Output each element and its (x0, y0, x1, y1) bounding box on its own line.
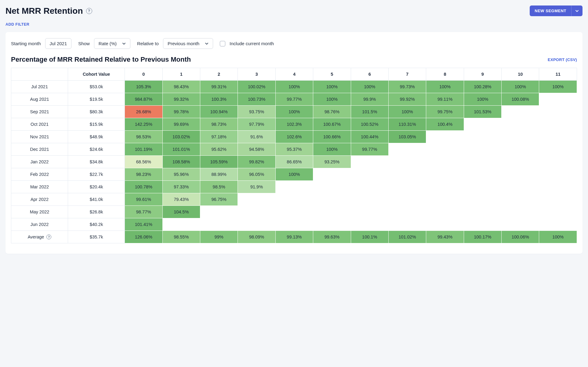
cohort-value: $20.4k (68, 181, 125, 193)
starting-month-value: Jul 2021 (50, 41, 67, 46)
retention-cell: 100% (388, 106, 426, 118)
cohort-value: $48.9k (68, 131, 125, 143)
empty-cell (426, 218, 464, 231)
table-subtitle: Percentage of MRR Retained Relative to P… (11, 56, 191, 64)
empty-cell (464, 143, 501, 156)
retention-cell: 98.73% (200, 118, 238, 131)
row-label: Oct 2021 (11, 118, 68, 131)
empty-cell (388, 156, 426, 168)
relative-to-select[interactable]: Previous month (163, 38, 213, 49)
retention-cell: 99.77% (275, 93, 313, 106)
table-header-period: 0 (125, 68, 162, 81)
cohort-value: $22.7k (68, 168, 125, 181)
empty-cell (351, 218, 388, 231)
average-label: Average? (11, 231, 68, 243)
table-row: Oct 2021$15.9k142.25%99.69%98.73%97.79%1… (11, 118, 577, 131)
empty-cell (313, 181, 351, 193)
export-csv-link[interactable]: EXPORT (CSV) (548, 57, 577, 62)
retention-cell: 100.44% (351, 131, 388, 143)
table-header-period: 2 (200, 68, 238, 81)
retention-cell: 103.02% (162, 131, 200, 143)
retention-cell: 100% (275, 81, 313, 93)
retention-cell: 99.77% (351, 143, 388, 156)
retention-cell: 100% (313, 81, 351, 93)
retention-cell: 100.78% (125, 181, 162, 193)
starting-month-label: Starting month (11, 41, 41, 46)
empty-cell (388, 218, 426, 231)
empty-cell (539, 131, 577, 143)
retention-cell: 86.65% (275, 156, 313, 168)
table-row: Jun 2022$40.2k101.41% (11, 218, 577, 231)
retention-cell: 98.53% (125, 131, 162, 143)
starting-month-select[interactable]: Jul 2021 (45, 38, 72, 49)
retention-cell: 100.94% (200, 106, 238, 118)
retention-cell: 110.31% (388, 118, 426, 131)
table-header-period: 1 (162, 68, 200, 81)
cohort-value: $26.8k (68, 206, 125, 218)
empty-cell (388, 168, 426, 181)
retention-cell: 99.11% (426, 93, 464, 106)
retention-card: Starting month Jul 2021 Show Rate (%) Re… (5, 32, 583, 254)
retention-cell: 99.82% (238, 156, 275, 168)
chevron-down-icon (122, 42, 126, 45)
cohort-value: $41.0k (68, 193, 125, 206)
retention-cell: 100% (539, 231, 577, 243)
retention-cell: 95.37% (275, 143, 313, 156)
table-row: Aug 2021$19.5k984.87%99.32%100.3%100.73%… (11, 93, 577, 106)
retention-cell: 96.75% (200, 193, 238, 206)
empty-cell (313, 206, 351, 218)
relative-to-label: Relative to (137, 41, 159, 46)
empty-cell (502, 181, 539, 193)
chevron-down-icon (205, 42, 209, 45)
row-label: Jul 2021 (11, 81, 68, 93)
empty-cell (275, 181, 313, 193)
empty-cell (388, 143, 426, 156)
row-label: Sep 2021 (11, 106, 68, 118)
retention-cell: 88.99% (200, 168, 238, 181)
retention-cell: 95.96% (162, 168, 200, 181)
retention-cell: 104.5% (162, 206, 200, 218)
retention-cell: 100.1% (351, 231, 388, 243)
retention-cell: 100.06% (502, 231, 539, 243)
retention-cell: 100% (351, 81, 388, 93)
retention-cell: 99.75% (426, 106, 464, 118)
empty-cell (502, 156, 539, 168)
retention-cell: 100% (275, 168, 313, 181)
show-label: Show (78, 41, 90, 46)
table-row: Dec 2021$24.6k101.19%101.01%95.62%94.58%… (11, 143, 577, 156)
include-current-month-label: Include current month (230, 41, 274, 46)
empty-cell (162, 218, 200, 231)
retention-cell: 108.58% (162, 156, 200, 168)
empty-cell (351, 168, 388, 181)
help-icon[interactable]: ? (86, 8, 92, 14)
empty-cell (502, 168, 539, 181)
relative-to-value: Previous month (168, 41, 199, 46)
table-row: Mar 2022$20.4k100.78%97.33%98.5%91.9% (11, 181, 577, 193)
empty-cell (464, 206, 501, 218)
retention-cell: 99.73% (388, 81, 426, 93)
help-icon[interactable]: ? (46, 234, 51, 239)
table-header-period: 11 (539, 68, 577, 81)
add-filter-link[interactable]: ADD FILTER (5, 22, 29, 27)
table-header-cohort: Cohort Value (68, 68, 125, 81)
empty-cell (539, 181, 577, 193)
retention-cell: 100.3% (200, 93, 238, 106)
empty-cell (238, 206, 275, 218)
include-current-month-checkbox[interactable] (220, 41, 225, 46)
retention-cell: 98.23% (125, 168, 162, 181)
empty-cell (539, 156, 577, 168)
row-label: Jan 2022 (11, 156, 68, 168)
new-segment-caret-button[interactable] (571, 5, 583, 16)
empty-cell (200, 206, 238, 218)
empty-cell (502, 118, 539, 131)
empty-cell (388, 206, 426, 218)
empty-cell (539, 206, 577, 218)
retention-cell: 99.31% (200, 81, 238, 93)
empty-cell (426, 143, 464, 156)
chevron-down-icon (575, 9, 579, 13)
new-segment-button[interactable]: NEW SEGMENT (530, 5, 571, 16)
retention-cell: 101.53% (464, 106, 501, 118)
cohort-value: $19.5k (68, 93, 125, 106)
show-select[interactable]: Rate (%) (94, 38, 130, 49)
retention-cell: 99.43% (426, 231, 464, 243)
